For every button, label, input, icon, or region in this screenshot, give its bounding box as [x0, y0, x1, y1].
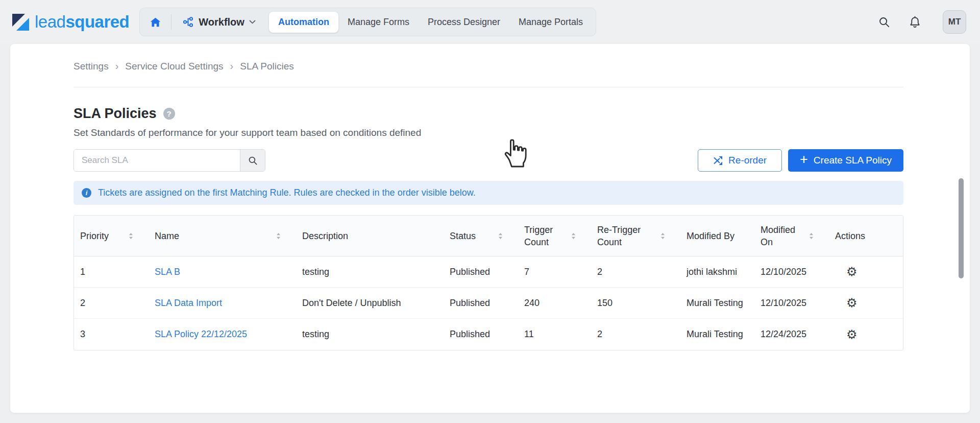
- trigger-count-cell: 11: [518, 329, 591, 340]
- column-header-status[interactable]: Status: [444, 216, 518, 256]
- column-header-priority[interactable]: Priority: [74, 216, 149, 256]
- sla-search-box: [74, 149, 265, 172]
- column-header-trigger-count[interactable]: Trigger Count: [518, 216, 591, 256]
- name-cell: SLA Policy 22/12/2025: [149, 329, 296, 340]
- name-cell: SLA Data Import: [149, 298, 296, 309]
- policy-name-link[interactable]: SLA Data Import: [155, 298, 222, 308]
- user-avatar[interactable]: MT: [943, 10, 966, 34]
- column-header-actions: Actions: [829, 216, 903, 256]
- priority-cell: 3: [74, 329, 149, 340]
- magnifier-icon: [248, 156, 258, 166]
- sort-icon: [498, 232, 503, 240]
- priority-cell: 2: [74, 298, 149, 309]
- notifications-bell-icon[interactable]: [907, 14, 922, 30]
- sla-policies-table: PriorityNameDescriptionStatusTrigger Cou…: [74, 215, 903, 350]
- info-banner: i Tickets are assigned on the first Matc…: [74, 181, 903, 205]
- tab-manage-forms[interactable]: Manage Forms: [338, 12, 419, 33]
- modified-on-cell: 12/10/2025: [754, 267, 829, 277]
- sort-icon: [129, 232, 133, 240]
- actions-cell: ⚙: [829, 265, 903, 279]
- workflow-menu[interactable]: Workflow: [176, 16, 263, 28]
- actions-cell: ⚙: [829, 296, 903, 310]
- column-header-name[interactable]: Name: [149, 216, 296, 256]
- sort-icon: [276, 232, 281, 240]
- chevron-down-icon: [249, 20, 256, 24]
- breadcrumb-divider: [74, 87, 903, 87]
- modified-by-cell: Murali Testing: [680, 298, 754, 309]
- search-icon[interactable]: [876, 14, 892, 30]
- leadsquared-logo[interactable]: leadsquared: [11, 12, 129, 32]
- breadcrumb-sla-policies: SLA Policies: [240, 60, 294, 72]
- gear-icon[interactable]: ⚙: [835, 265, 857, 279]
- reorder-button[interactable]: Re-order: [698, 149, 782, 172]
- retrigger-count-cell: 150: [591, 298, 680, 309]
- topbar: leadsquared Workflow Automati: [0, 0, 980, 44]
- name-cell: SLA B: [149, 267, 296, 277]
- title-row: SLA Policies ?: [74, 105, 903, 122]
- status-cell: Published: [444, 329, 518, 340]
- sort-icon: [571, 232, 576, 240]
- table-body: 1SLA BtestingPublished72jothi lakshmi12/…: [74, 256, 903, 350]
- info-banner-text: Tickets are assigned on the first Matchi…: [98, 187, 476, 198]
- status-cell: Published: [444, 267, 518, 277]
- retrigger-count-cell: 2: [591, 267, 680, 277]
- description-cell: Don't Delete / Unpublish: [296, 298, 444, 309]
- tab-automation[interactable]: Automation: [269, 12, 338, 33]
- nav-divider: [171, 14, 172, 30]
- tab-manage-portals[interactable]: Manage Portals: [509, 12, 592, 33]
- sort-icon: [660, 232, 665, 240]
- page-subtitle: Set Standards of performance for your su…: [74, 127, 903, 138]
- priority-cell: 1: [74, 267, 149, 277]
- table-header-row: PriorityNameDescriptionStatusTrigger Cou…: [74, 216, 903, 256]
- column-header-modified-on[interactable]: Modified On: [754, 216, 829, 256]
- trigger-count-cell: 7: [518, 267, 591, 277]
- page-title: SLA Policies: [74, 105, 157, 122]
- reorder-icon: [713, 156, 723, 165]
- modified-on-cell: 12/10/2025: [754, 298, 829, 309]
- reorder-button-label: Re-order: [728, 155, 767, 166]
- column-header-description: Description: [296, 216, 444, 256]
- help-icon[interactable]: ?: [163, 108, 175, 120]
- gear-icon[interactable]: ⚙: [835, 296, 857, 310]
- policy-name-link[interactable]: SLA Policy 22/12/2025: [155, 329, 247, 339]
- actions-cell: ⚙: [829, 327, 903, 342]
- retrigger-count-cell: 2: [591, 329, 680, 340]
- nav-tabs: Automation Manage Forms Process Designer…: [269, 12, 592, 33]
- main-content-card: Settings › Service Cloud Settings › SLA …: [10, 44, 970, 413]
- breadcrumb: Settings › Service Cloud Settings › SLA …: [74, 44, 903, 72]
- description-cell: testing: [296, 329, 444, 340]
- modified-by-cell: jothi lakshmi: [680, 267, 754, 277]
- column-header-modified-by: Modified By: [680, 216, 754, 256]
- info-icon: i: [82, 188, 91, 198]
- breadcrumb-separator-icon: ›: [115, 60, 119, 72]
- column-header-re-trigger-count[interactable]: Re-Trigger Count: [591, 216, 680, 256]
- breadcrumb-service-cloud-settings[interactable]: Service Cloud Settings: [125, 60, 223, 72]
- topbar-right: MT: [876, 10, 966, 34]
- status-cell: Published: [444, 298, 518, 309]
- workflow-icon: [183, 17, 194, 27]
- home-icon: [150, 17, 161, 27]
- leadsquared-logo-text: leadsquared: [35, 12, 129, 32]
- gear-icon[interactable]: ⚙: [835, 327, 857, 342]
- table-row: 3SLA Policy 22/12/2025testingPublished11…: [74, 319, 903, 350]
- table-row: 2SLA Data ImportDon't Delete / Unpublish…: [74, 288, 903, 319]
- leadsquared-logo-icon: [11, 13, 30, 32]
- workflow-label: Workflow: [199, 16, 244, 28]
- sort-icon: [809, 232, 814, 240]
- policy-name-link[interactable]: SLA B: [155, 267, 180, 277]
- plus-icon: +: [800, 153, 808, 167]
- breadcrumb-separator-icon: ›: [230, 60, 234, 72]
- breadcrumb-settings[interactable]: Settings: [74, 60, 109, 72]
- tab-process-designer[interactable]: Process Designer: [419, 12, 509, 33]
- scrollbar-thumb[interactable]: [959, 178, 964, 278]
- toolbar: Re-order + Create SLA Policy: [74, 149, 903, 172]
- main-nav: Workflow Automation Manage Forms Process…: [139, 8, 596, 36]
- search-input[interactable]: [74, 150, 240, 171]
- search-button[interactable]: [240, 150, 265, 171]
- modified-by-cell: Murali Testing: [680, 329, 754, 340]
- create-sla-policy-button[interactable]: + Create SLA Policy: [788, 149, 903, 172]
- modified-on-cell: 12/24/2025: [754, 329, 829, 340]
- home-button[interactable]: [143, 11, 167, 33]
- trigger-count-cell: 240: [518, 298, 591, 309]
- description-cell: testing: [296, 267, 444, 277]
